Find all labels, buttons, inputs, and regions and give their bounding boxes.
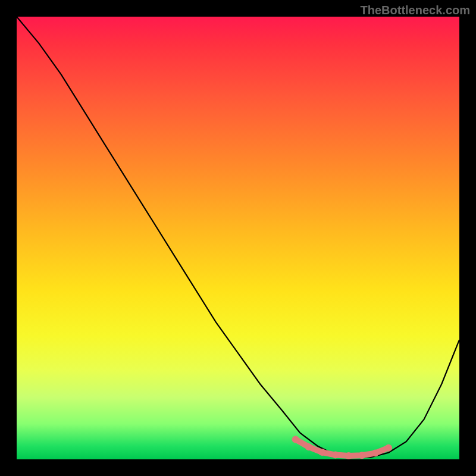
marker-dot: [372, 450, 379, 457]
marker-dot: [332, 452, 339, 459]
bottleneck-curve-path: [17, 17, 459, 457]
marker-dot: [358, 452, 365, 459]
marker-dot: [318, 449, 325, 456]
marker-dot: [345, 452, 352, 459]
marker-dot: [292, 436, 299, 443]
chart-plot-area: [17, 17, 459, 459]
chart-svg: [17, 17, 459, 459]
watermark-text: TheBottleneck.com: [361, 4, 470, 17]
marker-dot: [385, 444, 392, 452]
marker-dot: [305, 443, 312, 450]
